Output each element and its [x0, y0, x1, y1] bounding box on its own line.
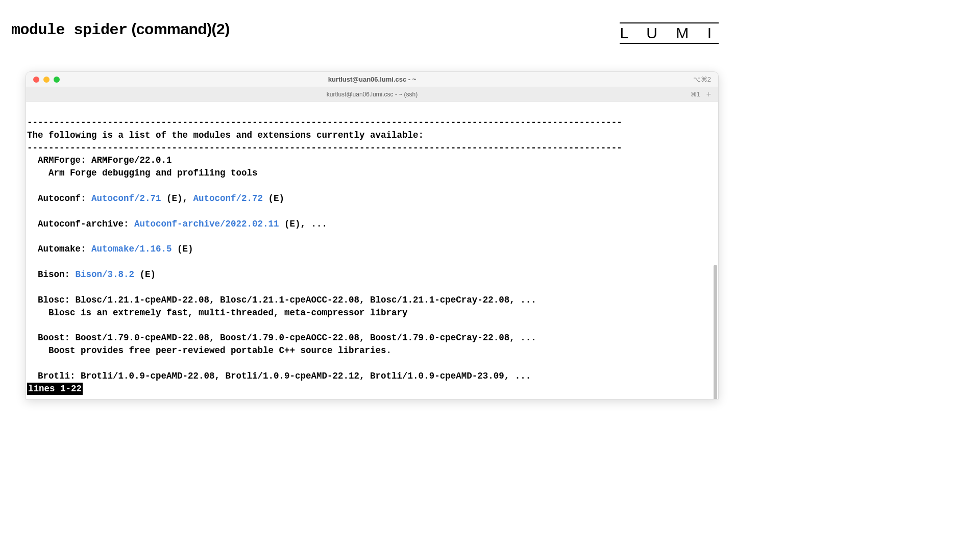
title-suffix: (command)(2) — [128, 20, 230, 37]
slide-title: module spider (command)(2) — [11, 20, 230, 39]
module-brotli: Brotli: Brotli/1.0.9-cpeAMD-22.08, Brotl… — [27, 371, 531, 381]
lumi-logo: L U M I — [620, 22, 719, 44]
window-titlebar[interactable]: kurtlust@uan06.lumi.csc - ~ ⌥⌘2 — [26, 72, 718, 87]
header-line: The following is a list of the modules a… — [27, 130, 424, 140]
minimize-icon[interactable] — [43, 77, 50, 83]
tab-bar: kurtlust@uan06.lumi.csc - ~ (ssh) ⌘1 + — [26, 87, 718, 102]
module-autoconf-archive: Autoconf-archive: Autoconf-archive/2022.… — [27, 219, 327, 229]
module-armforge: ARMForge: ARMForge/22.0.1 — [27, 155, 172, 165]
divider-line: ----------------------------------------… — [27, 117, 622, 128]
terminal-window: kurtlust@uan06.lumi.csc - ~ ⌥⌘2 kurtlust… — [26, 71, 719, 399]
maximize-icon[interactable] — [54, 77, 60, 83]
window-shortcut: ⌥⌘2 — [693, 76, 711, 83]
tab-shortcut: ⌘1 — [691, 91, 700, 98]
pager-status: lines 1-22 — [27, 383, 83, 395]
terminal-output[interactable]: ----------------------------------------… — [26, 102, 718, 399]
module-blosc-desc: Blosc is an extremely fast, multi-thread… — [27, 308, 408, 318]
module-automake: Automake: Automake/1.16.5 (E) — [27, 244, 193, 254]
new-tab-icon[interactable]: + — [704, 90, 713, 99]
module-autoconf: Autoconf: Autoconf/2.71 (E), Autoconf/2.… — [27, 193, 284, 204]
close-icon[interactable] — [33, 77, 39, 83]
tab-title[interactable]: kurtlust@uan06.lumi.csc - ~ (ssh) — [327, 91, 418, 98]
title-command: module spider — [11, 21, 128, 39]
module-boost-desc: Boost provides free peer-reviewed portab… — [27, 345, 391, 356]
module-armforge-desc: Arm Forge debugging and profiling tools — [27, 168, 258, 178]
module-blosc: Blosc: Blosc/1.21.1-cpeAMD-22.08, Blosc/… — [27, 295, 536, 305]
module-bison: Bison: Bison/3.8.2 (E) — [27, 269, 156, 280]
module-boost: Boost: Boost/1.79.0-cpeAMD-22.08, Boost/… — [27, 333, 536, 343]
divider-line: ----------------------------------------… — [27, 143, 622, 153]
window-title: kurtlust@uan06.lumi.csc - ~ — [328, 76, 416, 83]
scrollbar[interactable] — [714, 265, 717, 399]
traffic-lights — [33, 77, 60, 83]
